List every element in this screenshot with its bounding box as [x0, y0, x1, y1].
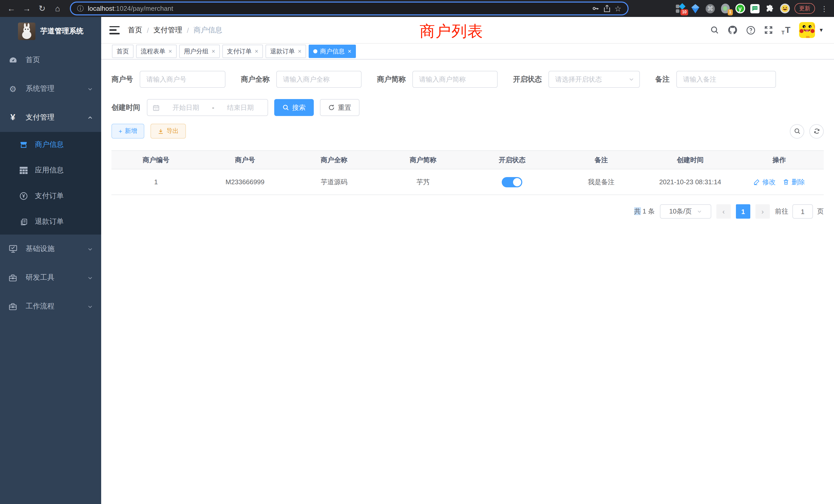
sidebar-item-home[interactable]: 首页	[0, 46, 101, 74]
site-info-icon[interactable]: ⓘ	[77, 4, 84, 13]
sidebar-item-payment[interactable]: ¥ 支付管理	[0, 103, 101, 132]
browser-home-button[interactable]: ⌂	[51, 2, 64, 15]
tab-user-group[interactable]: 用户分组×	[179, 45, 220, 58]
extension-badge: 1	[727, 9, 733, 15]
chevron-down-icon	[87, 246, 93, 252]
sidebar-item-label: 基础设施	[26, 244, 54, 254]
short-name-input[interactable]	[412, 71, 498, 88]
toggle-search-button[interactable]	[790, 124, 804, 138]
chevron-up-icon	[87, 115, 93, 120]
extension-diamond-icon[interactable]: 10	[675, 3, 686, 14]
chevron-down-icon	[87, 86, 93, 92]
tab-process-form[interactable]: 流程表单×	[136, 45, 177, 58]
col-remark: 备注	[557, 151, 646, 169]
prev-page-button[interactable]: ‹	[717, 204, 731, 219]
extension-command-icon[interactable]: ⌘	[705, 3, 716, 14]
yen-circle-icon	[20, 192, 28, 200]
sidebar: 芋道管理系统 首页 ⚙ 系统管理 ¥	[0, 17, 101, 504]
search-button[interactable]: 搜索	[274, 99, 314, 116]
sidebar-item-app-info[interactable]: 应用信息	[0, 158, 101, 183]
extension-blob-icon[interactable]: 1	[720, 3, 730, 14]
chevron-down-icon	[697, 209, 702, 214]
col-full-name: 商户全称	[290, 151, 379, 169]
next-page-button[interactable]: ›	[755, 204, 770, 219]
close-icon[interactable]: ×	[212, 48, 215, 55]
end-date-placeholder: 结束日期	[218, 103, 262, 112]
browser-menu-icon[interactable]: ⋮	[820, 4, 829, 13]
export-button[interactable]: 导出	[151, 124, 186, 139]
tab-pay-order[interactable]: 支付订单×	[222, 45, 263, 58]
col-merchant-id: 商户编号	[111, 151, 200, 169]
tab-home[interactable]: 首页	[112, 45, 133, 58]
github-icon[interactable]	[727, 25, 737, 35]
col-short-name: 商户简称	[378, 151, 467, 169]
sidebar-item-pay-order[interactable]: 支付订单	[0, 183, 101, 209]
search-icon[interactable]	[710, 26, 719, 35]
password-key-icon[interactable]	[591, 5, 599, 12]
add-button[interactable]: + 新增	[111, 124, 144, 139]
main-area: 首页 / 支付管理 / 商户信息 商户列表	[101, 17, 834, 504]
browser-profile-avatar[interactable]	[780, 3, 790, 14]
page-content: 商户号 商户全称 商户简称 开启状态 请选择开启状态	[101, 60, 834, 504]
browser-back-button[interactable]: ←	[5, 2, 18, 15]
fullscreen-icon[interactable]	[764, 26, 773, 35]
tab-refund-order[interactable]: 退款订单×	[265, 45, 306, 58]
remark-input[interactable]	[676, 71, 776, 88]
browser-forward-button[interactable]: →	[21, 2, 33, 15]
tags-view-bar: 首页 流程表单× 用户分组× 支付订单× 退款订单× 商户信息×	[101, 44, 834, 60]
sidebar-item-system[interactable]: ⚙ 系统管理	[0, 74, 101, 103]
sidebar-item-merchant-info[interactable]: 商户信息	[0, 132, 101, 158]
page-size-select[interactable]: 10条/页	[660, 204, 711, 219]
cell-remark: 我是备注	[557, 169, 646, 194]
sidebar-item-workflow[interactable]: 工作流程	[0, 292, 101, 321]
page-1-button[interactable]: 1	[736, 204, 750, 219]
close-icon[interactable]: ×	[169, 48, 172, 55]
reset-button[interactable]: 重置	[320, 99, 359, 116]
sidebar-item-dev-tools[interactable]: 研发工具	[0, 263, 101, 292]
user-menu[interactable]: ▼	[799, 22, 824, 38]
col-status: 开启状态	[467, 151, 557, 169]
sidebar-toggle-icon[interactable]	[109, 26, 120, 34]
refresh-button[interactable]	[809, 124, 824, 138]
extensions-puzzle-icon[interactable]	[765, 3, 775, 14]
full-name-input[interactable]	[276, 71, 361, 88]
cell-short-name: 芋艿	[378, 169, 467, 194]
sidebar-menu: 首页 ⚙ 系统管理 ¥ 支付管理	[0, 46, 101, 504]
status-select[interactable]: 请选择开启状态	[548, 71, 640, 88]
table-row: 1 M233666999 芋道源码 芋艿 我是备注 2021-10-23 08:…	[111, 169, 824, 195]
sidebar-item-infrastructure[interactable]: 基础设施	[0, 234, 101, 263]
tab-merchant-info[interactable]: 商户信息×	[309, 45, 356, 58]
monitor-icon	[8, 245, 18, 253]
help-icon[interactable]	[746, 25, 755, 35]
sidebar-item-refund-order[interactable]: 退款订单	[0, 209, 101, 234]
goto-label: 前往	[775, 207, 788, 216]
close-icon[interactable]: ×	[348, 48, 351, 55]
status-toggle[interactable]	[502, 177, 522, 187]
bookmark-star-icon[interactable]: ☆	[614, 4, 621, 13]
breadcrumb-home[interactable]: 首页	[128, 25, 142, 35]
sidebar-item-label: 退款订单	[35, 217, 64, 226]
goto-page-input[interactable]	[792, 204, 813, 219]
font-size-icon[interactable]: TT	[781, 25, 790, 35]
logo-avatar	[18, 23, 35, 40]
page-annotation: 商户列表	[420, 21, 483, 42]
browser-reload-button[interactable]: ↻	[36, 2, 48, 15]
breadcrumb-payment[interactable]: 支付管理	[154, 25, 182, 35]
close-icon[interactable]: ×	[255, 48, 258, 55]
extension-gem-icon[interactable]	[690, 3, 701, 14]
sidebar-item-label: 研发工具	[26, 273, 54, 282]
close-icon[interactable]: ×	[298, 48, 302, 55]
table-toolbar: + 新增 导出	[111, 124, 824, 139]
extension-chat-icon[interactable]	[750, 3, 760, 14]
share-icon[interactable]	[603, 5, 610, 12]
address-bar[interactable]: ⓘ localhost:1024/pay/merchant ☆	[70, 2, 629, 16]
edit-link[interactable]: 修改	[754, 177, 776, 187]
browser-update-button[interactable]: 更新	[794, 3, 815, 14]
delete-link[interactable]: 删除	[783, 177, 805, 187]
app-logo[interactable]: 芋道管理系统	[0, 17, 101, 46]
browser-extensions-area: 10 ⌘ 1 y	[632, 3, 829, 14]
merchant-no-input[interactable]	[140, 71, 225, 88]
extension-y-icon[interactable]: y	[735, 3, 745, 14]
sidebar-item-label: 商户信息	[35, 140, 64, 150]
date-range-picker[interactable]: 开始日期 - 结束日期	[147, 99, 268, 116]
